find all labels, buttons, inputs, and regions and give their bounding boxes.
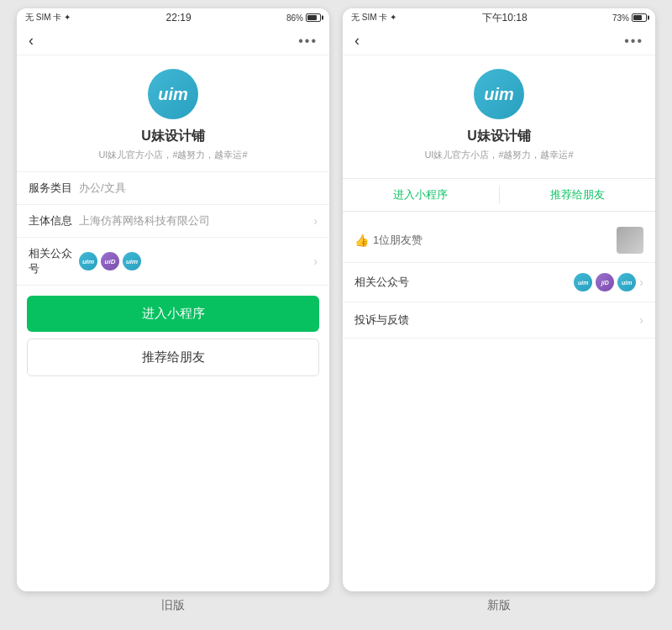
right-list: 相关公众号 uim jiD uim › 投诉与反馈 › bbox=[343, 263, 655, 339]
right-related-right: uim jiD uim › bbox=[574, 273, 643, 291]
left-service-value: 办公/文具 bbox=[79, 181, 318, 196]
right-more-button[interactable]: ••• bbox=[624, 34, 643, 49]
right-status-left: 无 SIM 卡 ✦ bbox=[351, 12, 396, 24]
left-profile-section: uim U妹设计铺 UI妹儿官方小店，#越努力，越幸运# bbox=[17, 55, 329, 171]
left-entity-arrow: › bbox=[313, 214, 318, 228]
left-no-sim: 无 SIM 卡 ✦ bbox=[25, 12, 71, 24]
right-complaint-row[interactable]: 投诉与反馈 › bbox=[343, 302, 655, 339]
left-enter-button[interactable]: 进入小程序 bbox=[27, 296, 319, 332]
right-related-icons: uim jiD uim bbox=[574, 273, 636, 291]
right-related-icon-3: uim bbox=[617, 273, 636, 291]
left-info-row-related[interactable]: 相关公众号 uim uiD uim › bbox=[17, 238, 329, 286]
right-status-bar: 无 SIM 卡 ✦ 下午10:18 73% bbox=[343, 8, 655, 27]
left-entity-value: 上海仿苒网络科技有限公司 bbox=[79, 213, 313, 228]
left-entity-label: 主体信息 bbox=[29, 213, 79, 228]
right-battery-pct: 73% bbox=[612, 13, 629, 23]
left-profile-logo: uim bbox=[148, 69, 198, 119]
left-version-label: 旧版 bbox=[17, 591, 329, 620]
right-related-label: 相关公众号 bbox=[354, 275, 574, 290]
right-profile-section: uim U妹设计铺 UI妹儿官方小店，#越努力，越幸运# bbox=[343, 55, 655, 171]
right-profile-desc: UI妹儿官方小店，#越努力，越幸运# bbox=[424, 149, 573, 161]
left-info-row-service: 服务类目 办公/文具 bbox=[17, 172, 329, 205]
right-back-button[interactable]: ‹ bbox=[354, 32, 360, 50]
left-btn-section: 进入小程序 推荐给朋友 bbox=[17, 286, 329, 386]
left-related-icon-1: uim bbox=[79, 252, 97, 270]
right-time: 下午10:18 bbox=[482, 11, 528, 25]
left-info-row-entity[interactable]: 主体信息 上海仿苒网络科技有限公司 › bbox=[17, 205, 329, 238]
right-logo-text: uim bbox=[484, 85, 514, 104]
thumb-up-icon: 👍 bbox=[354, 234, 369, 247]
left-related-icon-3: uim bbox=[123, 252, 141, 270]
right-related-icon-2: jiD bbox=[596, 273, 614, 291]
left-status-right: 86% bbox=[286, 13, 321, 23]
friend-avatar bbox=[617, 227, 643, 254]
right-actions: 进入小程序 推荐给朋友 bbox=[343, 178, 655, 212]
right-related-row[interactable]: 相关公众号 uim jiD uim › bbox=[343, 263, 655, 302]
right-complaint-right: › bbox=[639, 313, 643, 327]
bottom-labels: 旧版 新版 bbox=[0, 591, 672, 630]
left-back-button[interactable]: ‹ bbox=[29, 32, 34, 50]
right-likes-section: 👍 1位朋友赞 bbox=[343, 218, 655, 263]
left-status-left: 无 SIM 卡 ✦ bbox=[25, 12, 71, 24]
right-no-sim: 无 SIM 卡 ✦ bbox=[351, 12, 396, 24]
likes-count: 1位朋友赞 bbox=[373, 233, 423, 248]
right-battery-icon bbox=[632, 13, 647, 22]
left-time: 22:19 bbox=[166, 12, 192, 24]
left-profile-desc: UI妹儿官方小店，#越努力，越幸运# bbox=[98, 149, 247, 161]
left-logo-text: uim bbox=[158, 85, 188, 104]
left-related-label: 相关公众号 bbox=[29, 246, 79, 276]
left-nav-bar: ‹ ••• bbox=[17, 27, 329, 55]
left-service-label: 服务类目 bbox=[29, 181, 79, 196]
left-battery-icon bbox=[306, 13, 321, 22]
right-enter-button[interactable]: 进入小程序 bbox=[343, 179, 499, 211]
left-profile-name: U妹设计铺 bbox=[141, 128, 205, 145]
right-profile-logo: uim bbox=[474, 69, 524, 119]
right-status-right: 73% bbox=[612, 13, 647, 23]
left-more-button[interactable]: ••• bbox=[298, 34, 318, 49]
left-battery-pct: 86% bbox=[286, 13, 303, 23]
right-complaint-label: 投诉与反馈 bbox=[354, 312, 639, 328]
right-related-icon-1: uim bbox=[574, 273, 592, 291]
left-related-icons: uim uiD uim bbox=[79, 252, 141, 270]
right-phone: 无 SIM 卡 ✦ 下午10:18 73% ‹ ••• bbox=[343, 8, 655, 591]
left-phone: 无 SIM 卡 ✦ 22:19 86% ‹ ••• bbox=[17, 8, 329, 591]
left-related-arrow: › bbox=[313, 255, 318, 268]
left-info-section: 服务类目 办公/文具 主体信息 上海仿苒网络科技有限公司 › 相关公众号 uim… bbox=[17, 171, 329, 286]
right-version-label: 新版 bbox=[343, 591, 655, 620]
right-complaint-arrow: › bbox=[639, 313, 643, 327]
left-related-icon-2: uiD bbox=[101, 252, 119, 270]
left-recommend-button[interactable]: 推荐给朋友 bbox=[27, 339, 319, 376]
right-recommend-button[interactable]: 推荐给朋友 bbox=[500, 179, 656, 211]
right-nav-bar: ‹ ••• bbox=[343, 27, 655, 55]
right-likes-text: 👍 1位朋友赞 bbox=[354, 233, 617, 248]
left-status-bar: 无 SIM 卡 ✦ 22:19 86% bbox=[17, 8, 329, 27]
right-profile-name: U妹设计铺 bbox=[467, 128, 531, 145]
right-related-arrow: › bbox=[639, 276, 643, 289]
